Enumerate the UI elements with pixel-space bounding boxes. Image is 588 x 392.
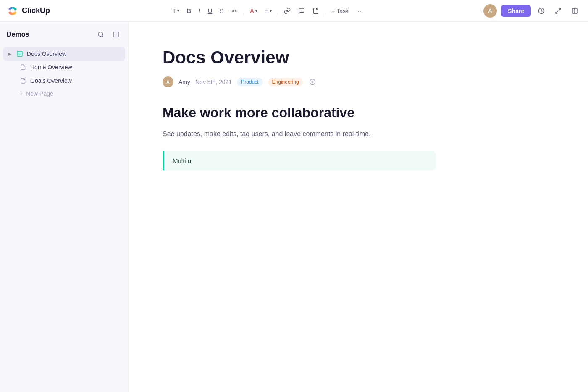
sidebar-title: Demos xyxy=(7,31,29,38)
share-button[interactable]: Share xyxy=(501,5,531,17)
bold-label: B xyxy=(187,8,191,14)
more-label: ··· xyxy=(356,8,361,14)
comment-button[interactable] xyxy=(295,5,308,17)
toggle-sidebar-icon xyxy=(113,31,119,38)
section-title: Make work more collaborative xyxy=(163,104,538,122)
page-icon-2 xyxy=(19,77,27,84)
svg-line-1 xyxy=(559,8,561,11)
toolbar: ClickUp T ▾ B I U S <> A ▾ xyxy=(0,0,588,22)
add-task-label: + Task xyxy=(331,8,349,14)
logo-icon xyxy=(7,5,18,17)
doc-title: Docs Overview xyxy=(163,47,538,68)
content-area: Docs Overview A Amy Nov 5th, 2021 Produc… xyxy=(129,22,588,392)
svg-line-6 xyxy=(102,36,103,37)
tag-product[interactable]: Product xyxy=(237,78,262,86)
toolbar-right: A Share xyxy=(483,4,581,18)
toolbar-divider-3 xyxy=(325,7,326,15)
sidebar-item-label: Goals Overview xyxy=(30,77,72,84)
tag-engineering[interactable]: Engineering xyxy=(268,78,303,86)
page-icon xyxy=(19,63,27,71)
section-subtitle: See updates, make edits, tag users, and … xyxy=(163,129,538,139)
align-label: ≡ xyxy=(265,8,268,14)
link-icon xyxy=(284,8,291,14)
code-button[interactable]: <> xyxy=(228,5,241,17)
expand-icon xyxy=(555,8,562,14)
sidebar-header: Demos xyxy=(0,22,129,45)
toolbar-left: ClickUp xyxy=(7,5,50,17)
svg-line-2 xyxy=(556,11,558,13)
history-icon xyxy=(538,8,545,14)
bold-button[interactable]: B xyxy=(184,5,194,17)
align-arrow: ▾ xyxy=(270,8,272,13)
more-button[interactable]: ··· xyxy=(353,5,365,17)
app-name: ClickUp xyxy=(22,6,50,15)
docs-icon xyxy=(16,50,24,58)
add-icon: + xyxy=(19,90,23,97)
strikethrough-button[interactable]: S xyxy=(216,5,227,17)
expand-arrow-icon: ▶ xyxy=(7,51,13,57)
sidebar-item-label: Docs Overview xyxy=(27,50,66,57)
sidebar-toggle-button[interactable] xyxy=(110,29,122,40)
font-color-arrow: ▾ xyxy=(255,8,257,13)
main-layout: Demos ▶ xyxy=(0,22,588,392)
doc-icon xyxy=(312,8,319,14)
sidebar-search-button[interactable] xyxy=(95,29,107,40)
toolbar-divider-2 xyxy=(278,7,278,15)
underline-button[interactable]: U xyxy=(205,5,215,17)
layout-button[interactable] xyxy=(569,5,581,17)
author-avatar: A xyxy=(163,76,173,87)
doc-button[interactable] xyxy=(309,5,323,17)
sidebar-item-docs-overview[interactable]: ▶ Docs Overview xyxy=(3,47,125,61)
toolbar-center: T ▾ B I U S <> A ▾ ≡ ▾ xyxy=(169,5,364,17)
strikethrough-label: S xyxy=(220,8,223,14)
sidebar-actions xyxy=(95,29,122,40)
new-page-button[interactable]: + New Page xyxy=(3,87,125,100)
add-task-button[interactable]: + Task xyxy=(328,5,352,17)
svg-rect-3 xyxy=(572,8,578,13)
doc-date: Nov 5th, 2021 xyxy=(195,79,232,85)
comment-icon xyxy=(298,8,305,14)
font-color-button[interactable]: A ▾ xyxy=(247,5,261,17)
new-page-label: New Page xyxy=(26,90,53,97)
toolbar-divider-1 xyxy=(244,7,244,15)
text-format-arrow: ▾ xyxy=(177,8,179,13)
link-button[interactable] xyxy=(281,5,294,17)
sidebar-item-label: Home Overview xyxy=(30,64,72,71)
text-format-button[interactable]: T ▾ xyxy=(169,5,183,17)
expand-button[interactable] xyxy=(552,5,564,17)
blockquote-text: Multi u xyxy=(173,157,191,164)
sidebar-nav: ▶ Docs Overview xyxy=(0,45,129,102)
font-color-label: A xyxy=(250,8,254,14)
italic-button[interactable]: I xyxy=(195,5,204,17)
sidebar-item-home-overview[interactable]: Home Overview xyxy=(3,61,125,74)
user-avatar[interactable]: A xyxy=(483,4,497,18)
sidebar-item-goals-overview[interactable]: Goals Overview xyxy=(3,74,125,87)
author-name: Amy xyxy=(178,79,190,85)
doc-meta: A Amy Nov 5th, 2021 Product Engineering xyxy=(163,76,538,87)
history-button[interactable] xyxy=(535,5,548,17)
align-button[interactable]: ≡ ▾ xyxy=(262,5,275,17)
sidebar: Demos ▶ xyxy=(0,22,129,392)
underline-label: U xyxy=(208,8,212,14)
italic-label: I xyxy=(199,8,200,14)
blockquote: Multi u xyxy=(163,151,436,170)
text-format-label: T xyxy=(172,8,176,14)
search-icon xyxy=(97,31,104,38)
add-tag-icon[interactable] xyxy=(308,78,317,86)
svg-rect-7 xyxy=(113,32,118,37)
code-label: <> xyxy=(231,8,238,14)
logo[interactable]: ClickUp xyxy=(7,5,50,17)
layout-icon xyxy=(572,8,578,14)
svg-point-5 xyxy=(98,32,103,37)
